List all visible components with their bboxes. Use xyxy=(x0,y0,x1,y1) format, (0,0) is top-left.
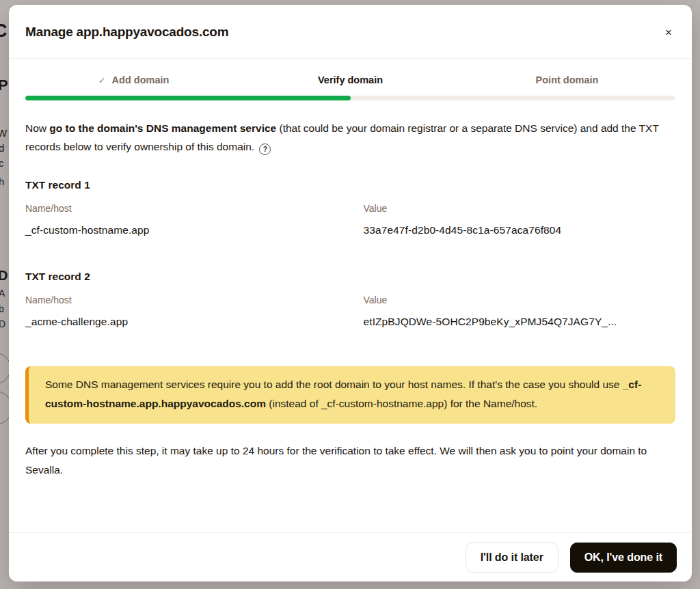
help-icon[interactable]: ? xyxy=(259,143,271,155)
intro-prefix: Now xyxy=(25,122,49,134)
ok-done-button[interactable]: OK, I've done it xyxy=(570,543,677,573)
modal-footer: I'll do it later OK, I've done it xyxy=(9,532,692,581)
warning-text: (instead of _cf-custom-hostname.app) for… xyxy=(266,398,537,409)
verification-note: After you complete this step, it may tak… xyxy=(25,441,675,480)
progress-bar-track xyxy=(25,96,675,100)
record-heading: TXT record 1 xyxy=(25,179,675,191)
value-label: Value xyxy=(364,203,675,214)
modal-title: Manage app.happyavocados.com xyxy=(25,25,228,40)
value-label: Value xyxy=(364,294,675,305)
step-label: Point domain xyxy=(536,74,599,85)
warning-text: Some DNS management services require you… xyxy=(45,379,623,390)
intro-text: Now go to the domain's DNS management se… xyxy=(25,119,675,156)
do-it-later-button[interactable]: I'll do it later xyxy=(466,543,558,573)
wizard-steps: ✓ Add domain Verify domain Point domain xyxy=(25,74,675,85)
step-point-domain[interactable]: Point domain xyxy=(459,74,675,85)
step-label: Verify domain xyxy=(318,74,383,85)
step-add-domain[interactable]: ✓ Add domain xyxy=(25,74,242,85)
txt-record-1: TXT record 1 Name/host Value _cf-custom-… xyxy=(25,179,675,236)
close-icon[interactable]: × xyxy=(659,23,678,42)
name-host-label: Name/host xyxy=(25,294,364,305)
dns-warning-callout: Some DNS management services require you… xyxy=(25,366,675,424)
name-host-label: Name/host xyxy=(25,203,364,214)
record-name-value: _acme-challenge.app xyxy=(25,316,364,328)
check-icon: ✓ xyxy=(98,75,106,85)
record-value-value: etIZpBJQDWe-5OHC2P9beKy_xPMJ54Q7JAG7Y_..… xyxy=(364,316,675,328)
intro-bold: go to the domain's DNS management servic… xyxy=(49,122,276,134)
record-value-value: 33a7e47f-d2b0-4d45-8c1a-657aca76f804 xyxy=(364,224,675,236)
record-heading: TXT record 2 xyxy=(25,271,675,283)
record-name-value: _cf-custom-hostname.app xyxy=(25,224,364,236)
modal-header: Manage app.happyavocados.com × xyxy=(9,5,692,59)
manage-domain-modal: Manage app.happyavocados.com × ✓ Add dom… xyxy=(9,5,692,581)
txt-record-2: TXT record 2 Name/host Value _acme-chall… xyxy=(25,271,675,328)
step-label: Add domain xyxy=(112,74,170,85)
step-verify-domain[interactable]: Verify domain xyxy=(242,74,459,85)
progress-bar-fill xyxy=(25,96,351,100)
modal-body: Now go to the domain's DNS management se… xyxy=(9,100,692,532)
